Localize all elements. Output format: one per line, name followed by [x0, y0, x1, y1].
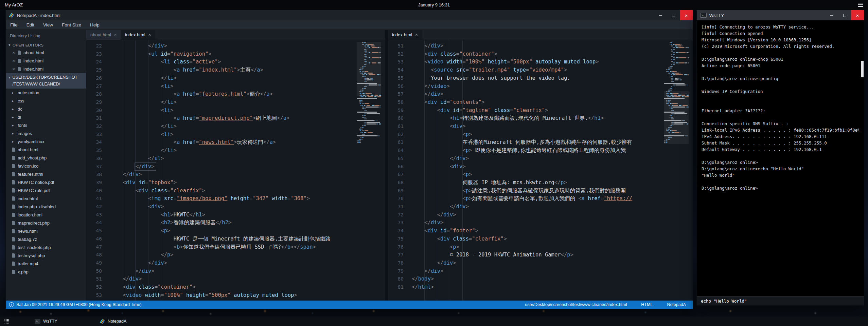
code-line[interactable]: 43 <h1>HKWTC</h1>: [86, 211, 355, 219]
code-line[interactable]: 68 伺服器 IP 地址為: mcs.hkwtc.org</p>: [388, 179, 662, 187]
tree-file-add-vhost.php[interactable]: add_vhost.php: [6, 154, 86, 162]
code-line[interactable]: 70 <p>如有問題或需要申請白名單,歡迎加入我們的 <a href="http…: [388, 195, 662, 203]
code-line[interactable]: 52 <div class="container">: [388, 50, 662, 58]
scrollbar-thumb[interactable]: [861, 61, 864, 77]
code-line[interactable]: 38 </div>: [86, 171, 355, 179]
hamburger-menu-icon[interactable]: [858, 3, 863, 7]
minimap-viewport[interactable]: [357, 42, 381, 96]
code-line[interactable]: 65 </div>: [388, 155, 662, 163]
tree-file-teabag.7z[interactable]: teabag.7z: [6, 235, 86, 243]
tree-folder-dc[interactable]: ▸dc: [6, 105, 86, 113]
code-line[interactable]: 53 <video width="100%" height="500px" au…: [388, 58, 662, 66]
code-line[interactable]: 32 </li>: [86, 122, 355, 131]
code-line[interactable]: 37 </div>: [86, 163, 355, 171]
notepada-title-bar[interactable]: NotepadA - index.html ×: [6, 10, 693, 20]
code-line[interactable]: 53 <video width="100%" height="500px" au…: [86, 291, 355, 300]
code-line[interactable]: 63 在香港的Minecraft 伺服器中,多為小遊戲和純生存的伺服器,較少擁有: [388, 138, 662, 147]
tree-file-index.html[interactable]: index.html: [6, 194, 86, 203]
code-line[interactable]: 50 </div>: [86, 267, 355, 275]
tree-folder-fonts[interactable]: ▸fonts: [6, 121, 86, 129]
code-line[interactable]: 62 <p>: [388, 131, 662, 139]
code-line[interactable]: 31 <a href="mapredirect.php">網上地圖</a>: [86, 114, 355, 122]
tab-index.html[interactable]: index.html×: [121, 30, 155, 40]
tree-file-mapredirect.php[interactable]: mapredirect.php: [6, 219, 86, 227]
code-line[interactable]: 58 <div id="contents">: [388, 98, 662, 107]
code-line[interactable]: 46 HKWTC 是一個 Minecraft 的建築伺服器,主要建築計劃包括鐵路: [86, 235, 355, 243]
open-editor-item[interactable]: ×index.html: [6, 57, 86, 65]
close-button[interactable]: ×: [680, 10, 693, 20]
close-button[interactable]: ×: [851, 10, 864, 20]
code-line[interactable]: 54 <source src="trailer.mp4" type="video…: [388, 66, 662, 74]
code-line[interactable]: 39 <div id="topbox">: [86, 179, 355, 187]
code-line[interactable]: 75 <div class="clearfix">: [388, 235, 662, 243]
code-line[interactable]: 25 <a href="index.html">主頁</a>: [86, 66, 355, 74]
taskbar-item-wstty[interactable]: >_ WsTTY: [30, 317, 62, 326]
menu-item-font-size[interactable]: Font Size: [57, 22, 86, 27]
code-line[interactable]: 57 </div>: [388, 90, 662, 98]
tree-file-trailer.mp4[interactable]: trailer.mp4: [6, 260, 86, 268]
code-line[interactable]: 49 </div>: [86, 259, 355, 267]
maximize-button[interactable]: [667, 10, 680, 20]
minimize-button[interactable]: [825, 10, 838, 20]
code-line[interactable]: 74 <div id="footer">: [388, 227, 662, 235]
code-line[interactable]: 27 <li>: [86, 82, 355, 91]
minimize-button[interactable]: [654, 10, 667, 20]
tree-folder-images[interactable]: ▸images: [6, 129, 86, 137]
workspace-root-item[interactable]: ▾ USER:/DESKTOP/SCREENSHOT /TEST/WWW CLE…: [6, 73, 86, 89]
code-line[interactable]: 52 <div class="container">: [86, 283, 355, 291]
maximize-button[interactable]: [838, 10, 851, 20]
code-line[interactable]: 79 </div>: [388, 267, 662, 275]
open-editor-item[interactable]: ×about.html: [6, 49, 86, 57]
tree-file-x.php[interactable]: x.php: [6, 268, 86, 276]
code-line[interactable]: 36 </ul>: [86, 155, 355, 163]
code-line[interactable]: 23 <ul id="navigation">: [86, 50, 355, 58]
tab-close-icon[interactable]: ×: [415, 32, 418, 37]
tab-close-icon[interactable]: ×: [148, 32, 151, 37]
code-line[interactable]: 26 </li>: [86, 74, 355, 82]
code-line[interactable]: 28 <a href="features.html">簡介</a>: [86, 90, 355, 98]
code-line[interactable]: 73 </div>: [388, 219, 662, 227]
open-editors-header[interactable]: ▾ OPEN EDITORS: [6, 41, 86, 49]
code-line[interactable]: 69 <p>請注意,我們的伺服器為確保玩家及遊玩時的質素,我們對的服務開: [388, 187, 662, 195]
tree-file-location.html[interactable]: location.html: [6, 211, 86, 219]
tree-file-testmysql.php[interactable]: testmysql.php: [6, 251, 86, 260]
code-editor-right[interactable]: 51 </div>52 <div class="container">53 <v…: [388, 40, 693, 301]
code-line[interactable]: 33 <li>: [86, 131, 355, 139]
minimap-viewport[interactable]: [664, 91, 689, 144]
code-line[interactable]: 66 <div>: [388, 163, 662, 171]
code-line[interactable]: 59 <div id="tagline" class="clearfix">: [388, 107, 662, 115]
code-line[interactable]: 56 </video>: [388, 82, 662, 91]
tree-file-index.php-disabled[interactable]: index.php_disabled: [6, 203, 86, 211]
app-launcher-icon[interactable]: [0, 317, 14, 326]
code-line[interactable]: 55 Your browser does not support the vid…: [388, 74, 662, 82]
code-line[interactable]: 78 </div>: [388, 259, 662, 267]
wstty-title-bar[interactable]: >_ WsTTY ×: [697, 10, 864, 20]
tree-file-HKWTC-notice.pdf[interactable]: HKWTC notice.pdf: [6, 178, 86, 186]
menu-item-view[interactable]: View: [39, 22, 57, 27]
code-line[interactable]: 44 <h2>香港的建築伺服器</h2>: [86, 219, 355, 227]
close-editor-icon[interactable]: ×: [12, 66, 15, 72]
code-line[interactable]: 34 <a href="news.html">玩家傳送門</a>: [86, 138, 355, 147]
code-line[interactable]: 29 </li>: [86, 98, 355, 107]
tree-folder-dl[interactable]: ▸dl: [6, 113, 86, 121]
close-editor-icon[interactable]: ×: [12, 50, 15, 55]
split-handle[interactable]: [385, 30, 388, 301]
code-line[interactable]: 24 <li class="active">: [86, 58, 355, 66]
tree-file-news.html[interactable]: news.html: [6, 227, 86, 235]
minimap[interactable]: [664, 42, 689, 301]
code-line[interactable]: 47 <b>你知道我們全線伺服器已轉用 SSD 了嗎?</b></span>: [86, 243, 355, 251]
tree-folder-yamlyamlinux[interactable]: ▸yamlyamlinux: [6, 137, 86, 146]
code-line[interactable]: 51 </div>: [388, 42, 662, 50]
tree-file-test-sockets.php[interactable]: test_sockets.php: [6, 243, 86, 251]
code-line[interactable]: 61 <div>: [388, 122, 662, 131]
menu-item-edit[interactable]: Edit: [22, 22, 39, 27]
tree-file-features.html[interactable]: features.html: [6, 170, 86, 178]
menu-item-help[interactable]: Help: [86, 22, 104, 27]
code-line[interactable]: 48 </p>: [86, 251, 355, 259]
tab-about.html[interactable]: about.html×: [86, 30, 121, 40]
code-line[interactable]: 22 </div>: [86, 42, 355, 50]
code-line[interactable]: 41 <img src="images/box.png" height="342…: [86, 195, 355, 203]
code-line[interactable]: 67 <p>: [388, 171, 662, 179]
code-line[interactable]: 64 <p> 即使你不是建築師,你也能透過紅石師或鐵路工程師的身份加入我: [388, 147, 662, 155]
code-editor-left[interactable]: 22 </div>23 <ul id="navigation">24 <li c…: [86, 40, 385, 301]
